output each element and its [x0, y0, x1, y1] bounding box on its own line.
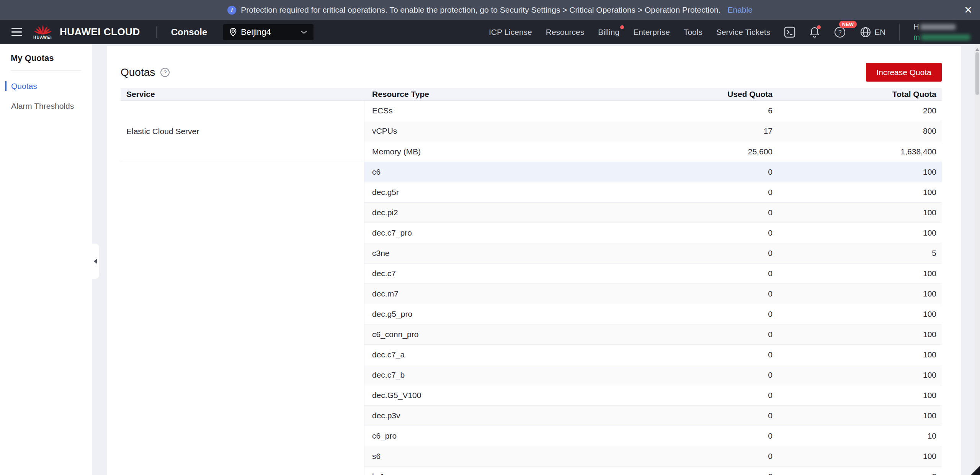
sidebar-item-quotas[interactable]: Quotas: [0, 82, 92, 91]
notification-banner: i Protection required for critical opera…: [0, 0, 980, 20]
chevron-down-icon: [301, 30, 307, 34]
scroll-up-arrow[interactable]: [975, 48, 979, 51]
region-value: Beijing4: [241, 27, 271, 37]
scrollbar-thumb[interactable]: [975, 52, 979, 95]
enable-protection-link[interactable]: Enable: [727, 5, 752, 15]
quotas-table: Service Resource Type Used Quota Total Q…: [121, 88, 942, 475]
table-row[interactable]: dec.g5r0100: [364, 182, 942, 203]
menu-hamburger-icon[interactable]: [11, 28, 22, 36]
banner-message: Protection required for critical operati…: [241, 5, 720, 15]
nav-item-icp-license[interactable]: ICP License: [489, 28, 532, 37]
close-icon[interactable]: ✕: [964, 5, 972, 15]
help-icon[interactable]: ? NEW: [834, 26, 846, 38]
nav-divider: [899, 24, 900, 41]
col-header-service: Service: [121, 90, 364, 99]
sidebar-title: My Quotas: [11, 53, 92, 63]
account-name-redacted: [920, 24, 956, 30]
notifications-bell-icon[interactable]: [809, 26, 820, 38]
table-row[interactable]: ECSs 6 200: [364, 101, 942, 121]
col-header-resource-type: Resource Type: [364, 90, 655, 99]
table-row[interactable]: dec.p3v0100: [364, 406, 942, 426]
svg-text:?: ?: [838, 29, 842, 36]
bell-notification-dot: [817, 25, 821, 29]
region-selector[interactable]: Beijing4: [223, 24, 314, 40]
nav-divider: [156, 26, 157, 38]
table-row[interactable]: dec.c7_b0100: [364, 365, 942, 385]
table-row[interactable]: c3ne05: [364, 243, 942, 264]
table-row[interactable]: c6_conn_pro0100: [364, 324, 942, 345]
table-row[interactable]: dec.c7_a0100: [364, 345, 942, 365]
top-navbar: HUAWEI HUAWEI CLOUD Console Beijing4 ICP…: [0, 20, 980, 44]
content-card: Quotas ? Increase Quota Service Resource…: [107, 46, 961, 475]
nav-item-service-tickets[interactable]: Service Tickets: [716, 28, 770, 37]
account-email-redacted: [921, 34, 970, 40]
flavor-rows-section: c60100 dec.g5r0100 dec.pi20100 dec.c7_pr…: [121, 162, 942, 475]
huawei-logo[interactable]: HUAWEI: [33, 25, 52, 39]
nav-item-tools[interactable]: Tools: [684, 28, 702, 37]
service-cell: Elastic Cloud Server: [121, 101, 364, 162]
globe-icon: [860, 26, 871, 38]
nav-item-billing[interactable]: Billing: [598, 28, 619, 37]
collapse-left-icon: [94, 259, 97, 264]
table-header-row: Service Resource Type Used Quota Total Q…: [121, 88, 942, 101]
sidebar: My Quotas Quotas Alarm Thresholds: [0, 44, 92, 475]
page-title: Quotas: [121, 66, 155, 79]
table-row[interactable]: s60100: [364, 446, 942, 467]
table-row[interactable]: vCPUs 17 800: [364, 121, 942, 141]
billing-notification-dot: [620, 25, 624, 29]
table-row[interactable]: dec.G5_V1000100: [364, 385, 942, 406]
new-badge: NEW: [839, 21, 857, 28]
location-pin-icon: [229, 28, 237, 37]
col-header-used-quota: Used Quota: [655, 90, 778, 99]
vertical-scrollbar[interactable]: [975, 44, 980, 475]
sidebar-collapse-handle[interactable]: [92, 244, 99, 279]
table-row[interactable]: dec.c7_pro0100: [364, 223, 942, 243]
table-row[interactable]: kc102: [364, 467, 942, 475]
table-row[interactable]: Memory (MB) 25,600 1,638,400: [364, 141, 942, 162]
corner-resize-wedge: [971, 466, 980, 475]
language-selector[interactable]: EN: [860, 26, 885, 38]
account-name: H: [913, 23, 919, 31]
table-row[interactable]: dec.c70100: [364, 264, 942, 284]
info-icon: i: [227, 6, 236, 15]
table-row[interactable]: c60100: [364, 162, 942, 182]
increase-quota-button[interactable]: Increase Quota: [866, 63, 942, 82]
service-cell-empty: [121, 162, 364, 475]
huawei-wordmark: HUAWEI: [33, 35, 52, 39]
service-group: Elastic Cloud Server ECSs 6 200 vCPUs 17…: [121, 101, 942, 162]
cloud-shell-icon[interactable]: [784, 26, 795, 38]
nav-item-enterprise[interactable]: Enterprise: [633, 28, 670, 37]
table-row[interactable]: c6_pro010: [364, 426, 942, 446]
active-indicator-bar: [5, 81, 7, 91]
console-link[interactable]: Console: [171, 27, 207, 38]
huawei-flower-icon: [34, 25, 51, 35]
sidebar-divider: [11, 70, 81, 71]
sidebar-item-alarm-thresholds[interactable]: Alarm Thresholds: [0, 102, 92, 111]
table-row[interactable]: dec.pi20100: [364, 203, 942, 223]
table-row[interactable]: dec.g5_pro0100: [364, 304, 942, 324]
nav-item-resources[interactable]: Resources: [546, 28, 584, 37]
title-help-icon[interactable]: ?: [160, 68, 170, 77]
table-row[interactable]: dec.m70100: [364, 284, 942, 304]
language-label: EN: [874, 28, 885, 37]
col-header-total-quota: Total Quota: [778, 90, 942, 99]
account-menu[interactable]: H m: [913, 23, 970, 42]
account-email: m: [913, 33, 920, 42]
brand-title: HUAWEI CLOUD: [60, 26, 140, 38]
